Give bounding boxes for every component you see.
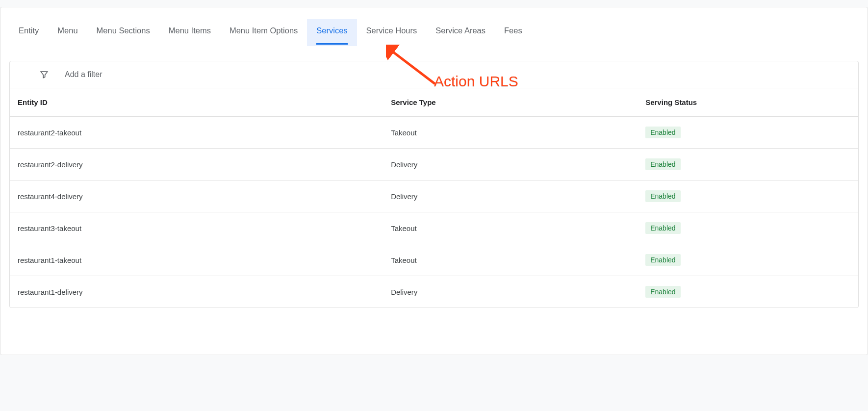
status-badge: Enabled [645, 286, 680, 298]
tab-services[interactable]: Services [307, 19, 357, 46]
status-badge: Enabled [645, 190, 680, 202]
table-row[interactable]: restaurant1-takeoutTakeoutEnabled [10, 244, 858, 276]
cell-entity-id: restaurant4-delivery [10, 180, 383, 212]
status-badge: Enabled [645, 254, 680, 266]
cell-entity-id: restaurant2-delivery [10, 149, 383, 180]
cell-serving-status: Enabled [638, 180, 858, 212]
tab-fees[interactable]: Fees [495, 21, 532, 45]
header-entity-id[interactable]: Entity ID [10, 88, 383, 117]
cell-entity-id: restaurant1-delivery [10, 276, 383, 308]
cell-service-type: Delivery [383, 276, 638, 308]
page-container: EntityMenuMenu SectionsMenu ItemsMenu It… [0, 7, 868, 355]
table-row[interactable]: restaurant4-deliveryDeliveryEnabled [10, 180, 858, 212]
cell-entity-id: restaurant2-takeout [10, 117, 383, 149]
status-badge: Enabled [645, 222, 680, 234]
cell-serving-status: Enabled [638, 276, 858, 308]
tab-entity[interactable]: Entity [9, 21, 48, 45]
cell-service-type: Delivery [383, 149, 638, 180]
cell-serving-status: Enabled [638, 117, 858, 149]
cell-entity-id: restaurant1-takeout [10, 244, 383, 276]
table-row[interactable]: restaurant1-deliveryDeliveryEnabled [10, 276, 858, 308]
tabs-bar: EntityMenuMenu SectionsMenu ItemsMenu It… [0, 7, 868, 46]
filter-placeholder: Add a filter [65, 70, 102, 79]
tab-menu[interactable]: Menu [48, 21, 87, 45]
table-header-row: Entity ID Service Type Serving Status [10, 88, 858, 117]
table-row[interactable]: restaurant2-takeoutTakeoutEnabled [10, 117, 858, 149]
filter-row[interactable]: Add a filter [10, 61, 858, 88]
tab-service-areas[interactable]: Service Areas [426, 21, 495, 45]
table-row[interactable]: restaurant3-takeoutTakeoutEnabled [10, 212, 858, 244]
cell-service-type: Takeout [383, 117, 638, 149]
status-badge: Enabled [645, 158, 680, 170]
cell-serving-status: Enabled [638, 244, 858, 276]
tab-menu-sections[interactable]: Menu Sections [87, 21, 159, 45]
cell-service-type: Takeout [383, 244, 638, 276]
header-service-type[interactable]: Service Type [383, 88, 638, 117]
tab-menu-items[interactable]: Menu Items [159, 21, 220, 45]
services-table: Entity ID Service Type Serving Status re… [10, 88, 858, 308]
cell-serving-status: Enabled [638, 212, 858, 244]
status-badge: Enabled [645, 127, 680, 138]
tab-service-hours[interactable]: Service Hours [357, 21, 427, 45]
header-serving-status[interactable]: Serving Status [638, 88, 858, 117]
table-row[interactable]: restaurant2-deliveryDeliveryEnabled [10, 149, 858, 180]
services-table-wrap: Add a filter Entity ID Service Type Serv… [9, 61, 859, 308]
cell-service-type: Takeout [383, 212, 638, 244]
tab-menu-item-options[interactable]: Menu Item Options [220, 21, 307, 45]
filter-icon [39, 70, 49, 79]
cell-entity-id: restaurant3-takeout [10, 212, 383, 244]
cell-serving-status: Enabled [638, 149, 858, 180]
cell-service-type: Delivery [383, 180, 638, 212]
